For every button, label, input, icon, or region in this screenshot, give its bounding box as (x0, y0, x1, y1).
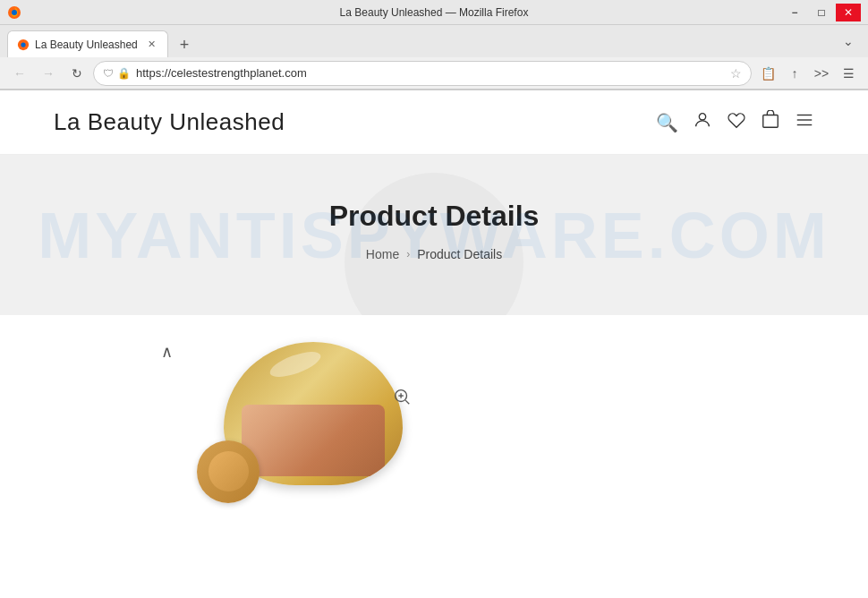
search-icon[interactable]: 🔍 (656, 112, 678, 133)
svg-rect-5 (763, 115, 779, 128)
cart-icon[interactable] (761, 110, 780, 134)
account-icon[interactable] (693, 110, 712, 134)
back-button[interactable]: ← (7, 61, 32, 86)
tab-right-controls: ⌄ (836, 29, 861, 57)
shield-icon: 🛡 (103, 67, 114, 80)
toolbar-right: 📋 ↑ >> ☰ (755, 61, 861, 86)
breadcrumb-current: Product Details (417, 247, 502, 261)
address-bar: ← → ↻ 🛡 🔒 https://celestestrengthplanet.… (0, 57, 868, 90)
bookmark-icon[interactable]: ☆ (730, 66, 742, 81)
tab-favicon (17, 38, 30, 51)
more-tools-button[interactable]: >> (809, 61, 834, 86)
minimize-button[interactable]: − (782, 4, 807, 21)
hero-section: Product Details Home › Product Details M… (0, 155, 868, 315)
share-button[interactable]: ↑ (782, 61, 807, 86)
svg-point-1 (12, 10, 17, 15)
title-bar: La Beauty Unleashed — Mozilla Firefox − … (0, 0, 868, 25)
tab-bar: La Beauty Unleashed ✕ + ⌄ (0, 25, 868, 57)
url-bar[interactable]: 🛡 🔒 https://celestestrengthplanet.com ☆ (93, 61, 752, 86)
breadcrumb-home-link[interactable]: Home (366, 247, 399, 261)
site-icon-bar: 🔍 (656, 110, 814, 134)
title-bar-left (7, 5, 21, 20)
tab-label: La Beauty Unleashed (35, 38, 138, 51)
svg-point-4 (699, 114, 705, 120)
tab-close-button[interactable]: ✕ (144, 38, 158, 52)
firefox-icon (7, 5, 21, 20)
svg-line-10 (405, 400, 409, 404)
breadcrumb-separator: › (406, 248, 410, 261)
url-security-icons: 🛡 🔒 (103, 67, 131, 80)
lock-icon: 🔒 (117, 67, 131, 80)
hero-content: Product Details Home › Product Details (0, 200, 868, 261)
product-small-compact (197, 440, 260, 503)
website-content: La Beauty Unleashed 🔍 (0, 90, 868, 512)
title-bar-controls: − □ ✕ (782, 4, 861, 21)
url-text: https://celestestrengthplanet.com (136, 66, 725, 80)
wishlist-icon[interactable] (727, 110, 746, 134)
browser-chrome: La Beauty Unleashed — Mozilla Firefox − … (0, 0, 868, 90)
hero-title: Product Details (0, 200, 868, 233)
site-title: La Beauty Unleashed (54, 108, 285, 136)
product-image-area (143, 342, 412, 485)
site-header: La Beauty Unleashed 🔍 (0, 90, 868, 155)
pocket-button[interactable]: 📋 (755, 61, 780, 86)
breadcrumb: Home › Product Details (0, 247, 868, 261)
product-inner-tray (242, 405, 385, 476)
title-bar-title: La Beauty Unleashed — Mozilla Firefox (340, 6, 529, 19)
close-button[interactable]: ✕ (836, 4, 861, 21)
product-zoom-icon[interactable] (392, 387, 412, 411)
product-section: ∧ (0, 315, 868, 512)
active-tab[interactable]: La Beauty Unleashed ✕ (7, 30, 168, 57)
new-tab-button[interactable]: + (172, 32, 197, 57)
maximize-button[interactable]: □ (809, 4, 834, 21)
refresh-button[interactable]: ↻ (64, 61, 89, 86)
tab-list-button[interactable]: ⌄ (836, 29, 861, 54)
svg-point-3 (21, 42, 25, 47)
menu-button[interactable]: ☰ (836, 61, 861, 86)
hamburger-menu-icon[interactable] (795, 110, 814, 134)
forward-button[interactable]: → (36, 61, 61, 86)
product-shine (267, 346, 323, 381)
